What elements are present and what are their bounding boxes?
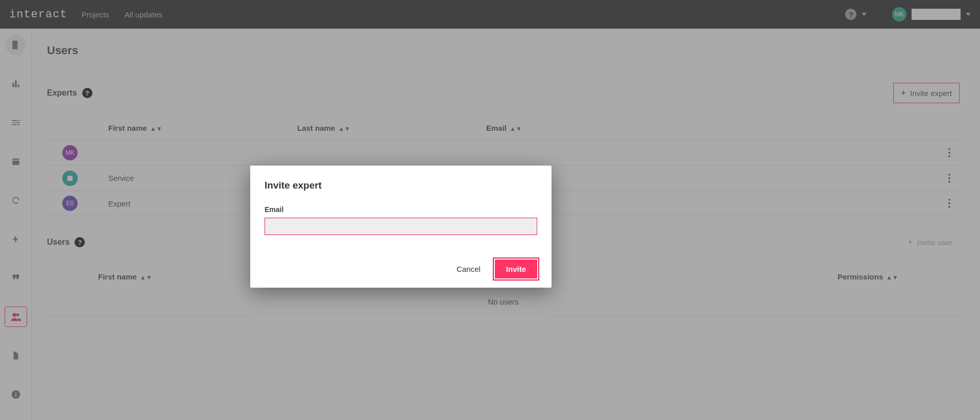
email-input[interactable] [265, 218, 537, 235]
email-label: Email [265, 205, 537, 214]
invite-button[interactable]: Invite [495, 260, 537, 278]
modal-actions: Cancel Invite [265, 260, 537, 278]
invite-expert-modal: Invite expert Email Cancel Invite [250, 166, 552, 288]
modal-title: Invite expert [265, 180, 537, 191]
cancel-button[interactable]: Cancel [453, 260, 484, 278]
